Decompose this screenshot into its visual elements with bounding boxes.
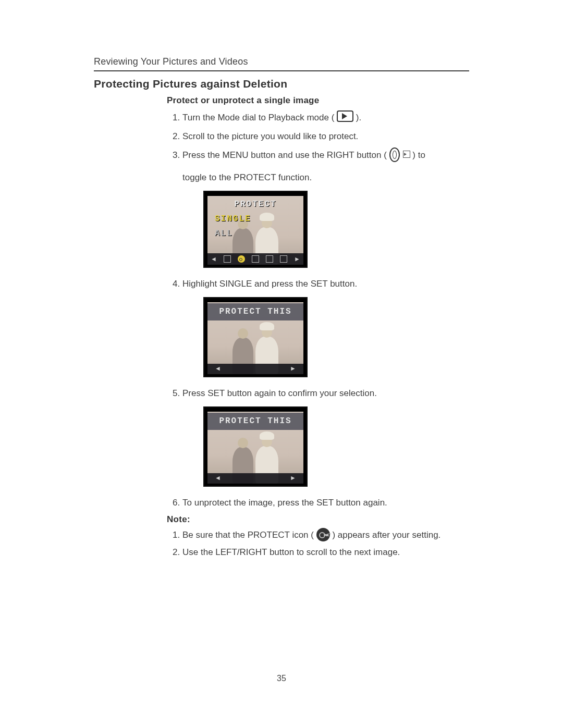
lcd1-iconbar: ◄ ► <box>207 253 303 265</box>
running-header: Reviewing Your Pictures and Videos <box>94 56 469 71</box>
step-3-text-b: ) to <box>412 150 425 160</box>
step-3: Press the MENU button and use the RIGHT … <box>182 147 469 268</box>
menu-icon-2 <box>252 255 259 263</box>
lcd-screenshot-protect-menu: PROTECT SINGLE ALL ◄ ► <box>203 191 308 268</box>
manual-page: Reviewing Your Pictures and Videos Prote… <box>0 0 563 728</box>
step-4-text: Highlight SINGLE and press the SET butto… <box>182 279 357 289</box>
note-1: Be sure that the PROTECT icon ( ) appear… <box>182 527 469 544</box>
lcd1-line3: ALL <box>207 226 303 241</box>
note-2: Use the LEFT/RIGHT button to scroll to t… <box>182 544 469 561</box>
menu-icon-1 <box>224 255 231 263</box>
note-1-b: ) appears after your setting. <box>332 530 440 540</box>
lcd-screenshot-protect-this-2: PROTECT THIS ◄ ► <box>203 406 308 487</box>
lcd2-band: PROTECT THIS <box>207 303 303 320</box>
instruction-list: Turn the Mode dial to Playback mode ( ).… <box>167 110 469 510</box>
page-number: 35 <box>0 674 563 683</box>
step-1: Turn the Mode dial to Playback mode ( ). <box>182 110 469 126</box>
step-1-text-a: Turn the Mode dial to Playback mode ( <box>182 113 337 122</box>
step-3-text-c: toggle to the PROTECT function. <box>182 172 312 182</box>
lcd1-line1: PROTECT <box>207 197 303 212</box>
step-5: Press SET button again to confirm your s… <box>182 386 469 487</box>
lcd1-line2: SINGLE <box>207 212 303 226</box>
menu-icon-3 <box>266 255 273 263</box>
step-5-text: Press SET button again to confirm your s… <box>182 388 377 398</box>
note-1-a: Be sure that the PROTECT icon ( <box>182 530 316 540</box>
lcd-screenshot-protect-this-1: PROTECT THIS ◄ ► <box>203 297 308 377</box>
playback-mode-icon <box>337 110 353 122</box>
lcd3-navbar: ◄ ► <box>207 473 303 484</box>
lcd2-navbar: ◄ ► <box>207 364 303 374</box>
step-6: To unprotect the image, press the SET bu… <box>182 495 469 511</box>
right-arrow-icon: ► <box>290 363 296 374</box>
note-list: Be sure that the PROTECT icon ( ) appear… <box>167 527 469 561</box>
menu-icon-4 <box>280 255 287 263</box>
left-arrow-icon: ◄ <box>215 473 221 484</box>
left-arrow-icon: ◄ <box>211 254 217 265</box>
step-1-text-b: ). <box>356 113 361 122</box>
note-heading: Note: <box>167 514 469 525</box>
step-4: Highlight SINGLE and press the SET butto… <box>182 276 469 377</box>
lcd3-band: PROTECT THIS <box>207 413 303 430</box>
step-2: Scroll to the picture you would like to … <box>182 129 469 144</box>
key-hilite-icon <box>238 255 245 263</box>
page-title: Protecting Pictures against Deletion <box>94 78 469 90</box>
step-3-text-a: Press the MENU button and use the RIGHT … <box>182 150 389 160</box>
section-subhead: Protect or unprotect a single image <box>167 95 469 106</box>
right-button-icon <box>389 147 410 161</box>
right-arrow-icon: ► <box>290 473 296 484</box>
right-arrow-icon: ► <box>294 254 300 265</box>
protect-key-icon <box>316 528 330 541</box>
left-arrow-icon: ◄ <box>215 363 221 374</box>
